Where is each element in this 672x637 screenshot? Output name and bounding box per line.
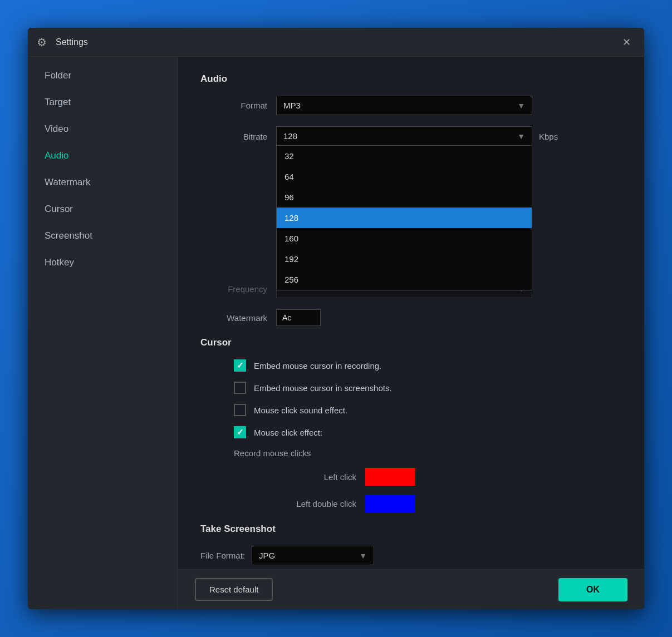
bitrate-option-160[interactable]: 160	[277, 228, 532, 249]
bitrate-unit: Kbps	[539, 126, 558, 141]
file-format-label: File Format:	[200, 551, 245, 560]
watermark-input[interactable]	[276, 309, 321, 326]
click-effect-label: Mouse click effect:	[254, 428, 322, 437]
cursor-section: Cursor Embed mouse cursor in recording. …	[200, 337, 622, 512]
bitrate-label: Bitrate	[200, 126, 267, 141]
sidebar-item-watermark[interactable]: Watermark	[28, 169, 178, 196]
left-double-click-color-swatch[interactable]	[365, 495, 415, 512]
left-click-row: Left click	[200, 468, 622, 486]
file-format-value: JPG	[259, 551, 275, 560]
bitrate-option-64[interactable]: 64	[277, 166, 532, 187]
bitrate-dropdown-arrow: ▼	[517, 132, 525, 141]
embed-recording-checkbox[interactable]	[234, 359, 246, 372]
click-sound-label: Mouse click sound effect.	[254, 406, 347, 415]
settings-icon: ⚙	[37, 36, 50, 49]
embed-screenshots-row: Embed mouse cursor in screenshots.	[200, 382, 622, 394]
audio-section-title: Audio	[200, 73, 622, 85]
embed-screenshots-checkbox[interactable]	[234, 382, 246, 394]
content-area: Audio Format MP3 ▼ Bitrate 128 ▼	[178, 57, 644, 609]
format-dropdown[interactable]: MP3 ▼	[276, 96, 532, 115]
ok-button[interactable]: OK	[558, 578, 627, 601]
sidebar-item-folder[interactable]: Folder	[28, 62, 178, 89]
close-button[interactable]: ✕	[617, 33, 635, 51]
screenshot-section-title: Take Screenshot	[200, 524, 622, 535]
click-effect-row: Mouse click effect:	[200, 426, 622, 438]
left-click-color-swatch[interactable]	[365, 468, 415, 486]
settings-window: ⚙ Settings ✕ Folder Target Video Audio W…	[28, 28, 644, 609]
bitrate-options-list: 32 64 96 128 160 192 256	[276, 146, 532, 290]
sidebar: Folder Target Video Audio Watermark Curs…	[28, 57, 178, 609]
file-format-row: File Format: JPG ▼	[200, 546, 622, 565]
record-clicks-label: Record mouse clicks	[200, 448, 622, 458]
window-title: Settings	[56, 37, 617, 47]
bitrate-row: Bitrate 128 ▼ 32 64 96 128 160 192	[200, 126, 622, 146]
format-value: MP3	[283, 101, 301, 110]
file-format-dropdown-arrow: ▼	[359, 551, 367, 560]
left-click-label: Left click	[256, 472, 356, 482]
bitrate-selected[interactable]: 128 ▼	[276, 126, 532, 146]
click-effect-checkbox[interactable]	[234, 426, 246, 438]
sidebar-item-video[interactable]: Video	[28, 116, 178, 142]
embed-recording-label: Embed mouse cursor in recording.	[254, 361, 381, 371]
file-format-dropdown[interactable]: JPG ▼	[252, 546, 374, 565]
click-sound-row: Mouse click sound effect.	[200, 404, 622, 416]
bitrate-option-192[interactable]: 192	[277, 249, 532, 269]
bitrate-dropdown-container: 128 ▼ 32 64 96 128 160 192 256	[276, 126, 532, 146]
content-scroll: Audio Format MP3 ▼ Bitrate 128 ▼	[178, 57, 644, 569]
reset-default-button[interactable]: Reset default	[195, 578, 273, 601]
bitrate-option-256[interactable]: 256	[277, 269, 532, 290]
embed-recording-row: Embed mouse cursor in recording.	[200, 359, 622, 372]
sidebar-item-audio[interactable]: Audio	[28, 142, 178, 169]
bitrate-value: 128	[283, 131, 297, 141]
watermark-label: Watermark	[200, 313, 267, 323]
sidebar-item-screenshot[interactable]: Screenshot	[28, 223, 178, 249]
embed-screenshots-label: Embed mouse cursor in screenshots.	[254, 383, 392, 393]
bitrate-option-128[interactable]: 128	[277, 208, 532, 228]
sidebar-item-target[interactable]: Target	[28, 89, 178, 116]
cursor-section-title: Cursor	[200, 337, 622, 348]
click-sound-checkbox[interactable]	[234, 404, 246, 416]
bitrate-option-96[interactable]: 96	[277, 187, 532, 208]
watermark-row: Watermark	[200, 309, 622, 326]
main-content: Folder Target Video Audio Watermark Curs…	[28, 57, 644, 609]
sidebar-item-hotkey[interactable]: Hotkey	[28, 249, 178, 276]
frequency-label: Frequency	[200, 284, 267, 294]
format-dropdown-arrow: ▼	[517, 101, 525, 110]
left-double-click-row: Left double click	[200, 495, 622, 512]
footer: Reset default OK	[178, 569, 644, 609]
bitrate-option-32[interactable]: 32	[277, 146, 532, 166]
title-bar: ⚙ Settings ✕	[28, 28, 644, 57]
format-label: Format	[200, 101, 267, 110]
format-row: Format MP3 ▼	[200, 96, 622, 115]
screenshot-section: Take Screenshot File Format: JPG ▼	[200, 524, 622, 565]
sidebar-item-cursor[interactable]: Cursor	[28, 196, 178, 223]
left-double-click-label: Left double click	[256, 499, 356, 508]
